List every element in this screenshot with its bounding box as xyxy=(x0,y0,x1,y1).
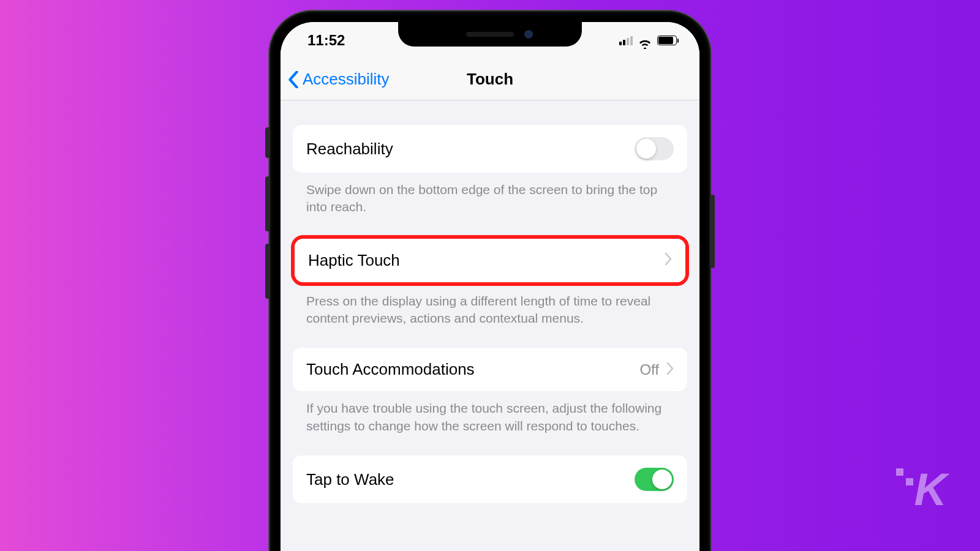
haptic-touch-footer: Press on the display using a different l… xyxy=(293,284,687,348)
phone-screen: 11:52 Accessibility Touch xyxy=(281,22,699,551)
mute-switch xyxy=(265,127,270,158)
highlight-annotation: Haptic Touch xyxy=(291,235,689,286)
back-button[interactable]: Accessibility xyxy=(281,70,390,89)
phone-frame: 11:52 Accessibility Touch xyxy=(270,11,710,551)
back-label: Accessibility xyxy=(303,70,390,89)
reachability-toggle[interactable] xyxy=(635,137,674,160)
navigation-bar: Accessibility Touch xyxy=(281,59,699,100)
notch xyxy=(398,22,582,47)
chevron-right-icon xyxy=(665,253,672,268)
setting-reachability[interactable]: Reachability xyxy=(293,125,687,173)
setting-label: Haptic Touch xyxy=(308,251,400,270)
setting-haptic-touch[interactable]: Haptic Touch xyxy=(295,239,685,282)
power-button xyxy=(710,195,715,268)
status-time: 11:52 xyxy=(299,32,345,49)
touch-accommodations-footer: If you have trouble using the touch scre… xyxy=(293,391,687,455)
setting-label: Tap to Wake xyxy=(306,470,394,489)
chevron-right-icon xyxy=(666,362,674,377)
battery-icon xyxy=(657,36,679,45)
page-title: Touch xyxy=(467,70,513,89)
reachability-footer: Swipe down on the bottom edge of the scr… xyxy=(293,173,687,237)
setting-label: Touch Accommodations xyxy=(306,360,475,379)
setting-touch-accommodations[interactable]: Touch Accommodations Off xyxy=(293,348,687,391)
settings-list: Reachability Swipe down on the bottom ed… xyxy=(281,100,699,503)
setting-tap-to-wake[interactable]: Tap to Wake xyxy=(293,455,687,503)
volume-down-button xyxy=(265,244,270,299)
tap-to-wake-toggle[interactable] xyxy=(635,468,674,491)
setting-label: Reachability xyxy=(306,140,393,159)
cellular-signal-icon xyxy=(619,36,633,45)
watermark-logo: K xyxy=(914,463,946,515)
setting-value: Off xyxy=(639,361,659,378)
chevron-left-icon xyxy=(288,71,299,88)
volume-up-button xyxy=(265,176,270,231)
wifi-icon xyxy=(638,36,652,45)
